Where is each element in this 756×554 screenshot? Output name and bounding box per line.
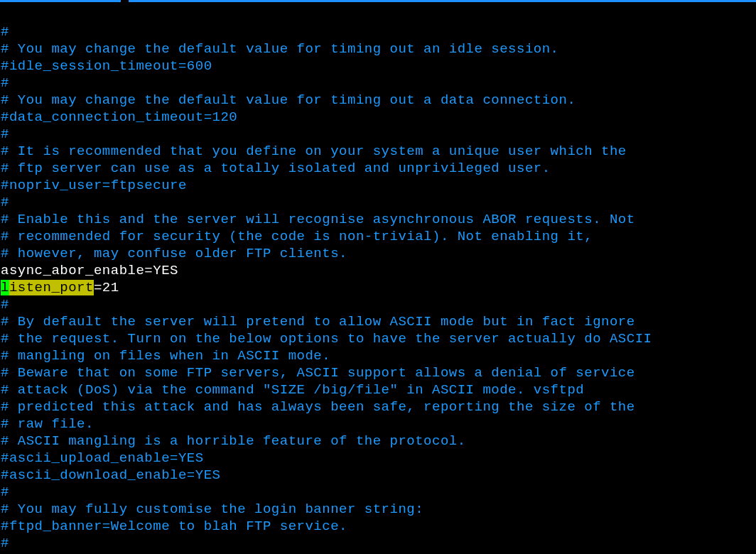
config-line: #data_connection_timeout=120 — [1, 109, 237, 125]
config-line-active-setting: async_abor_enable=YES — [1, 263, 178, 278]
config-line: # — [1, 24, 9, 40]
config-line: # predicted this attack and has always b… — [1, 399, 635, 415]
config-line: #ascii_upload_enable=YES — [1, 450, 204, 466]
config-line: # — [1, 484, 9, 500]
title-bar-highlight — [0, 0, 756, 2]
config-line: # mangling on files when in ASCII mode. — [1, 348, 330, 364]
config-line: # ASCII mangling is a horrible feature o… — [1, 433, 466, 449]
search-match-cursor: l — [1, 280, 9, 295]
config-line: # the request. Turn on the below options… — [1, 331, 652, 347]
config-line: # raw file. — [1, 416, 94, 432]
config-line: # — [1, 195, 9, 210]
config-line: # attack (DoS) via the command "SIZE /bi… — [1, 382, 584, 398]
config-line: # It is recommended that you define on y… — [1, 143, 627, 159]
config-line: # — [1, 126, 9, 142]
config-value: =21 — [94, 280, 119, 295]
config-line-highlighted: listen_port=21 — [1, 280, 119, 295]
config-line: # — [1, 75, 9, 91]
config-line: # however, may confuse older FTP clients… — [1, 246, 347, 261]
config-line: # You may change the default value for t… — [1, 92, 576, 108]
config-line: #nopriv_user=ftpsecure — [1, 178, 187, 193]
title-bar — [0, 0, 756, 4]
text-editor-viewport[interactable]: # # You may change the default value for… — [0, 4, 756, 554]
config-line: # You may fully customise the login bann… — [1, 501, 423, 517]
config-line: # Beware that on some FTP servers, ASCII… — [1, 365, 635, 381]
config-line: #idle_session_timeout=600 — [1, 58, 212, 74]
config-line: # Enable this and the server will recogn… — [1, 212, 635, 227]
search-match: isten_port — [9, 280, 94, 295]
config-line: # By default the server will pretend to … — [1, 314, 635, 330]
config-line: #ftpd_banner=Welcome to blah FTP service… — [1, 518, 347, 534]
config-line: # recommended for security (the code is … — [1, 229, 593, 244]
config-line: #ascii_download_enable=YES — [1, 467, 220, 483]
config-line: # — [1, 536, 9, 551]
config-line: # — [1, 297, 9, 313]
config-line: # ftp server can use as a totally isolat… — [1, 161, 551, 176]
config-line: # You may change the default value for t… — [1, 41, 559, 57]
